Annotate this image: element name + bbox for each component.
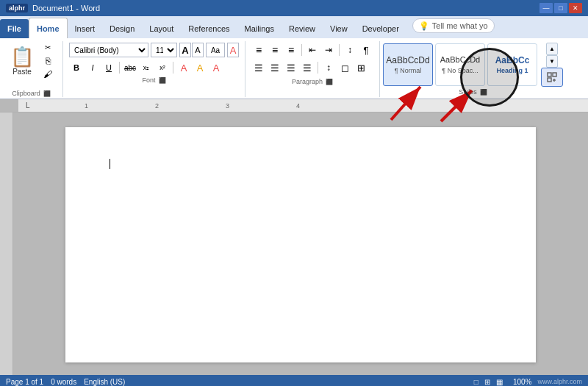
para-divider-3 [318,62,318,74]
tab-references[interactable]: References [181,19,237,38]
ruler-marker-L: L [26,101,30,110]
align-left-button[interactable]: ☰ [251,60,266,75]
tell-me-box[interactable]: 💡 Tell me what yo [412,18,495,33]
cut-button[interactable]: ✂ [40,41,56,54]
tab-mailings[interactable]: Mailings [237,19,282,38]
window-controls[interactable]: — □ ✕ [539,3,582,13]
tab-insert[interactable]: Insert [68,19,103,38]
align-center-button[interactable]: ☰ [268,60,282,75]
paragraph-controls: ≡ ≡ ≡ ⇤ ⇥ ↕ ¶ ☰ ☰ ☰ ☰ ↕ ◻ ⊞ [251,41,373,76]
clipboard-content: 📋 Paste ✂ ⎘ 🖌 [6,41,56,88]
title-bar: alphr Document1 - Word — □ ✕ [0,0,588,16]
font-grow-button[interactable]: A [179,43,191,57]
styles-content: AaBbCcDd ¶ Normal AaBbCcDd ¶ No Spac... … [383,43,563,87]
text-effects-button[interactable]: A [176,60,191,75]
font-controls: Calibri (Body) 11 A A Aa A B I U abc x₂ [69,41,239,75]
ruler-content: L 1 2 3 4 [24,99,588,112]
justify-button[interactable]: ☰ [300,60,315,75]
close-button[interactable]: ✕ [569,3,582,13]
style-no-space[interactable]: AaBbCcDd ¶ No Spac... [435,43,485,86]
styles-expand-icon[interactable]: ⬛ [480,89,487,96]
view-web-button[interactable]: ▦ [496,378,503,386]
minimize-button[interactable]: — [539,3,553,13]
font-size-select[interactable]: 11 [151,43,177,57]
bullets-button[interactable]: ≡ [251,43,266,57]
format-painter-icon: 🖌 [43,69,52,79]
font-format-row: B I U abc x₂ x² A A A [69,60,239,75]
ruler-left-margin [0,99,18,112]
copy-icon: ⎘ [46,56,51,66]
format-painter-button[interactable]: 🖌 [40,68,56,80]
ruler: L 1 2 3 4 [0,99,588,112]
style-normal-preview: AaBbCcDd [386,55,429,65]
ruler-marker-1: 1 [85,102,88,110]
paste-icon: 📋 [10,47,34,66]
font-color-button[interactable]: A [209,60,223,75]
format-divider-1 [119,62,120,74]
font-shrink-button[interactable]: A [192,43,204,57]
expand-icon [547,72,557,82]
styles-nav-up[interactable]: ▲ [546,43,558,55]
pilcrow-button[interactable]: ¶ [359,43,373,57]
para-divider-1 [301,44,302,56]
ruler-marker-4: 4 [296,102,300,110]
zoom-level: 100% [513,378,532,386]
multilevel-list-button[interactable]: ≡ [284,43,298,57]
tab-developer[interactable]: Developer [355,19,406,38]
language-indicator: English (US) [84,378,125,386]
view-read-button[interactable]: □ [474,378,478,386]
document-area [0,112,588,375]
shading-button[interactable]: ◻ [337,60,352,75]
document-scroll[interactable] [13,112,588,375]
styles-label: Styles ⬛ [383,88,563,96]
paste-button[interactable]: 📋 Paste [6,41,38,81]
strikethrough-button[interactable]: abc [123,60,137,75]
decrease-indent-button[interactable]: ⇤ [305,43,320,57]
clipboard-group: 📋 Paste ✂ ⎘ 🖌 Clipboard ⬛ [4,41,63,97]
word-count: 0 words [51,378,76,386]
style-normal-label: ¶ Normal [395,67,421,74]
italic-button[interactable]: I [85,60,100,75]
clear-format-button[interactable]: A [227,43,239,57]
tab-home[interactable]: Home [29,18,68,38]
tab-layout[interactable]: Layout [142,19,181,38]
superscript-button[interactable]: x² [155,60,170,75]
svg-rect-2 [548,78,551,82]
svg-rect-0 [548,73,551,76]
style-normal[interactable]: AaBbCcDd ¶ Normal [383,43,433,86]
borders-button[interactable]: ⊞ [354,60,368,75]
paste-label: Paste [12,68,32,76]
tab-review[interactable]: Review [282,19,323,38]
font-expand-icon[interactable]: ⬛ [159,77,166,84]
underline-button[interactable]: U [101,60,116,75]
line-spacing-button[interactable]: ↕ [321,60,336,75]
tab-design[interactable]: Design [102,19,142,38]
subscript-button[interactable]: x₂ [139,60,154,75]
view-print-button[interactable]: ⊞ [484,378,490,386]
app-logo: alphr [6,4,28,12]
font-name-select[interactable]: Calibri (Body) [69,43,148,57]
maximize-button[interactable]: □ [554,3,567,13]
bold-button[interactable]: B [69,60,84,75]
style-heading1[interactable]: AaBbCc Heading 1 [487,43,537,86]
ribbon-body: 📋 Paste ✂ ⎘ 🖌 Clipboard ⬛ [0,38,588,99]
change-case-button[interactable]: Aa [206,43,225,57]
highlight-button[interactable]: A [193,60,207,75]
sort-button[interactable]: ↕ [343,43,357,57]
ribbon-tabs: File Home Insert Design Layout Reference… [0,16,588,38]
tab-file[interactable]: File [0,19,29,38]
tab-view[interactable]: View [323,19,355,38]
title-bar-left: alphr Document1 - Word [6,4,100,12]
increase-indent-button[interactable]: ⇥ [321,43,336,57]
numbering-button[interactable]: ≡ [268,43,282,57]
paragraph-expand-icon[interactable]: ⬛ [326,79,333,85]
align-right-button[interactable]: ☰ [284,60,298,75]
styles-group: AaBbCcDd ¶ Normal AaBbCcDd ¶ No Spac... … [380,41,566,97]
para-divider-2 [339,44,340,56]
copy-button[interactable]: ⎘ [40,54,56,67]
document-page[interactable] [65,127,536,362]
clipboard-expand-icon[interactable]: ⬛ [43,90,51,97]
style-nospace-preview: AaBbCcDd [440,55,480,65]
styles-nav-down[interactable]: ▼ [546,55,558,68]
styles-expand-button[interactable] [541,68,563,87]
